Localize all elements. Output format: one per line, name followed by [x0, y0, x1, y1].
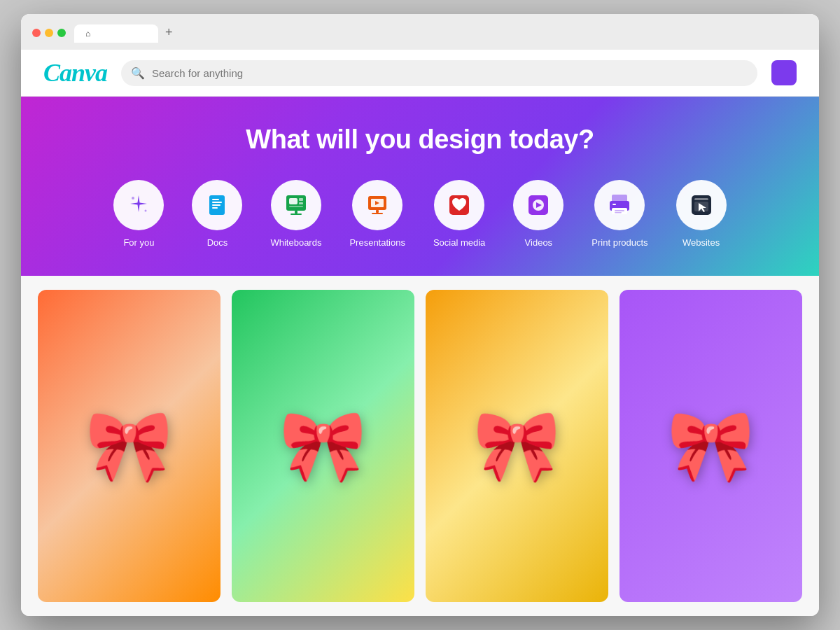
whiteboards-icon-circle	[271, 180, 321, 230]
svg-rect-10	[299, 202, 303, 204]
close-button[interactable]	[32, 29, 41, 37]
search-input[interactable]	[121, 60, 757, 86]
ribbon-3: 🎀	[426, 290, 608, 602]
browser-content: Canva 🔍 What will you design today?	[21, 50, 819, 616]
print-products-icon-circle	[594, 180, 645, 230]
videos-icon-circle	[513, 180, 564, 230]
svg-rect-27	[615, 210, 624, 211]
browser-top-bar: ⌂ +	[32, 22, 808, 43]
category-presentations[interactable]: Presentations	[349, 180, 405, 248]
for-you-label: For you	[123, 237, 154, 248]
ribbon-emoji-1: 🎀	[85, 405, 173, 487]
browser-chrome: ⌂ +	[21, 14, 819, 50]
active-tab[interactable]: ⌂	[74, 24, 158, 43]
sparkle-icon	[126, 192, 151, 218]
svg-rect-9	[299, 198, 303, 201]
ribbon-emoji-2: 🎀	[279, 405, 367, 487]
docs-icon	[204, 192, 230, 218]
svg-rect-5	[212, 204, 220, 206]
svg-rect-12	[295, 211, 298, 214]
hero-banner: What will you design today? For you	[21, 97, 819, 276]
svg-rect-25	[612, 204, 616, 205]
social-media-label: Social media	[433, 237, 485, 248]
svg-rect-28	[615, 212, 622, 214]
avatar[interactable]	[771, 60, 797, 85]
social-media-icon-circle	[434, 180, 484, 230]
whiteboard-icon	[284, 192, 309, 218]
svg-rect-18	[372, 213, 383, 214]
ribbon-2: 🎀	[232, 290, 414, 602]
docs-label: Docs	[207, 237, 228, 248]
browser-window: ⌂ + Canva 🔍 What will you design today?	[21, 14, 819, 616]
category-websites[interactable]: Websites	[676, 180, 727, 248]
svg-point-1	[145, 210, 147, 212]
category-social-media[interactable]: Social media	[433, 180, 485, 248]
new-tab-button[interactable]: +	[160, 22, 178, 43]
category-docs[interactable]: Docs	[192, 180, 242, 248]
template-card-2[interactable]: 🎀	[232, 290, 414, 602]
ribbon-1: 🎀	[38, 290, 220, 602]
cards-section: 🎀 🎀 🎀 🎀	[21, 276, 819, 616]
videos-label: Videos	[525, 237, 553, 248]
presentations-label: Presentations	[349, 237, 405, 248]
print-products-label: Print products	[592, 237, 648, 248]
websites-icon-circle	[676, 180, 727, 230]
svg-rect-6	[212, 207, 218, 209]
svg-rect-13	[290, 214, 302, 215]
svg-rect-3	[212, 199, 219, 200]
docs-icon-circle	[192, 180, 242, 230]
svg-rect-17	[376, 210, 379, 213]
search-icon: 🔍	[131, 66, 145, 80]
browser-tabs: ⌂ +	[74, 22, 178, 43]
for-you-icon-circle	[113, 180, 164, 230]
svg-rect-4	[212, 202, 222, 203]
traffic-lights	[32, 29, 66, 37]
websites-label: Websites	[682, 237, 720, 248]
ribbon-emoji-3: 🎀	[473, 405, 561, 487]
svg-rect-30	[694, 198, 708, 200]
home-icon: ⌂	[85, 29, 90, 38]
maximize-button[interactable]	[57, 29, 66, 37]
cursor-icon	[689, 192, 714, 218]
ribbon-emoji-4: 🎀	[667, 405, 755, 487]
presentations-icon-circle	[352, 180, 402, 230]
design-categories: For you Docs	[63, 180, 777, 248]
cards-grid: 🎀 🎀 🎀 🎀	[38, 290, 802, 602]
svg-rect-8	[289, 198, 298, 204]
video-icon	[526, 192, 551, 218]
presentation-icon	[365, 192, 390, 218]
svg-point-0	[132, 197, 134, 200]
template-card-1[interactable]: 🎀	[38, 290, 220, 602]
print-icon	[607, 192, 632, 218]
canva-logo[interactable]: Canva	[43, 58, 107, 88]
minimize-button[interactable]	[45, 29, 53, 37]
category-for-you[interactable]: For you	[113, 180, 164, 248]
whiteboards-label: Whiteboards	[270, 237, 321, 248]
heart-icon	[447, 192, 472, 218]
category-print-products[interactable]: Print products	[592, 180, 648, 248]
hero-title: What will you design today?	[63, 125, 777, 155]
canva-header: Canva 🔍	[21, 50, 819, 97]
category-videos[interactable]: Videos	[513, 180, 564, 248]
svg-rect-11	[289, 206, 303, 207]
search-wrapper: 🔍	[121, 60, 757, 86]
ribbon-4: 🎀	[620, 290, 802, 602]
template-card-3[interactable]: 🎀	[426, 290, 608, 602]
template-card-4[interactable]: 🎀	[620, 290, 802, 602]
category-whiteboards[interactable]: Whiteboards	[270, 180, 321, 248]
